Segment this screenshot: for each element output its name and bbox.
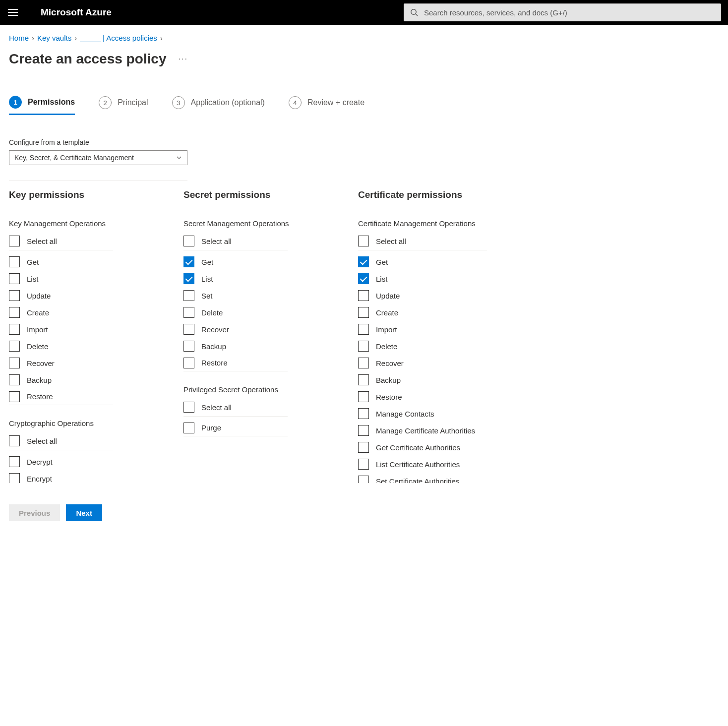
checkbox-row[interactable]: Update — [9, 287, 113, 304]
checkbox[interactable] — [9, 273, 20, 284]
checkbox-label: List — [201, 275, 213, 283]
checkbox-row[interactable]: Decrypt — [9, 453, 113, 470]
checkbox-row[interactable]: List Certificate Authorities — [358, 456, 487, 473]
checkbox-row[interactable]: Import — [9, 321, 113, 338]
checkbox[interactable] — [358, 391, 369, 402]
checkbox[interactable] — [183, 307, 194, 318]
checkbox-row[interactable]: Get — [358, 253, 487, 270]
cert-mgmt-selectall[interactable]: Select all — [358, 234, 487, 250]
step-application[interactable]: 3 Application (optional) — [172, 96, 265, 114]
checkbox[interactable] — [358, 459, 369, 470]
global-search-input[interactable] — [424, 8, 715, 17]
checkbox[interactable] — [358, 256, 369, 267]
checkbox-row[interactable]: Create — [9, 304, 113, 321]
checkbox-row[interactable]: Restore — [9, 388, 113, 405]
checkbox[interactable] — [358, 307, 369, 318]
secret-permissions-header: Secret permissions — [183, 189, 347, 200]
checkbox[interactable] — [183, 402, 194, 413]
checkbox-row[interactable]: Delete — [9, 338, 113, 355]
checkbox[interactable] — [9, 341, 20, 352]
checkbox-row[interactable]: Import — [358, 321, 487, 338]
key-mgmt-selectall[interactable]: Select all — [9, 234, 113, 250]
checkbox-label: Recover — [201, 325, 229, 334]
checkbox[interactable] — [9, 473, 20, 483]
checkbox-label: Restore — [27, 392, 53, 401]
checkbox-row[interactable]: Purge — [183, 420, 288, 436]
checkbox[interactable] — [358, 476, 369, 483]
checkbox[interactable] — [358, 374, 369, 385]
checkbox-row[interactable]: Delete — [183, 304, 288, 321]
checkbox[interactable] — [9, 307, 20, 318]
checkbox[interactable] — [9, 374, 20, 385]
checkbox-row[interactable]: Manage Certificate Authorities — [358, 422, 487, 439]
checkbox[interactable] — [183, 290, 194, 301]
checkbox[interactable] — [9, 358, 20, 368]
checkbox[interactable] — [183, 358, 194, 368]
checkbox[interactable] — [358, 236, 369, 246]
checkbox-row[interactable]: Manage Contacts — [358, 405, 487, 422]
checkbox-row[interactable]: Get — [9, 253, 113, 270]
checkbox[interactable] — [9, 435, 20, 446]
checkbox-row[interactable]: Encrypt — [9, 470, 113, 483]
hamburger-menu-icon[interactable] — [7, 6, 19, 18]
checkbox-row[interactable]: Backup — [183, 338, 288, 355]
checkbox[interactable] — [183, 423, 194, 433]
key-crypto-selectall[interactable]: Select all — [9, 433, 113, 450]
checkbox[interactable] — [183, 324, 194, 335]
checkbox-row[interactable]: Restore — [183, 355, 288, 371]
step-permissions[interactable]: 1 Permissions — [9, 96, 75, 115]
secret-priv-selectall[interactable]: Select all — [183, 400, 288, 417]
checkbox-row[interactable]: Get — [183, 253, 288, 270]
breadcrumb-accesspolicies[interactable]: _____ | Access policies — [80, 34, 157, 42]
checkbox-label: Select all — [201, 237, 232, 245]
checkbox[interactable] — [358, 358, 369, 368]
global-search[interactable] — [404, 3, 721, 21]
checkbox[interactable] — [358, 273, 369, 284]
breadcrumb-keyvaults[interactable]: Key vaults — [37, 34, 71, 42]
checkbox[interactable] — [358, 290, 369, 301]
checkbox-row[interactable]: Backup — [358, 371, 487, 388]
checkbox-row[interactable]: Recover — [358, 355, 487, 371]
checkbox-row[interactable]: List — [9, 270, 113, 287]
checkbox-row[interactable]: Recover — [9, 355, 113, 371]
breadcrumb-home[interactable]: Home — [9, 34, 29, 42]
svg-point-0 — [411, 9, 416, 14]
checkbox-row[interactable]: Set Certificate Authorities — [358, 473, 487, 483]
checkbox[interactable] — [183, 236, 194, 246]
checkbox[interactable] — [183, 256, 194, 267]
svg-line-1 — [416, 14, 418, 16]
step-principal[interactable]: 2 Principal — [99, 96, 148, 114]
checkbox-row[interactable]: Delete — [358, 338, 487, 355]
checkbox[interactable] — [9, 391, 20, 402]
next-button[interactable]: Next — [66, 504, 102, 521]
checkbox-row[interactable]: List — [183, 270, 288, 287]
checkbox-row[interactable]: Create — [358, 304, 487, 321]
checkbox-row[interactable]: Restore — [358, 388, 487, 405]
previous-button[interactable]: Previous — [9, 504, 60, 521]
checkbox[interactable] — [9, 236, 20, 246]
checkbox[interactable] — [358, 425, 369, 436]
checkbox[interactable] — [358, 341, 369, 352]
checkbox[interactable] — [9, 324, 20, 335]
checkbox-row[interactable]: Update — [358, 287, 487, 304]
checkbox[interactable] — [358, 408, 369, 419]
checkbox[interactable] — [9, 290, 20, 301]
checkbox-label: Delete — [27, 342, 48, 351]
checkbox-label: Set Certificate Authorities — [376, 477, 459, 484]
secret-mgmt-selectall[interactable]: Select all — [183, 234, 288, 250]
checkbox-row[interactable]: Set — [183, 287, 288, 304]
checkbox[interactable] — [358, 324, 369, 335]
checkbox-row[interactable]: Get Certificate Authorities — [358, 439, 487, 456]
checkbox[interactable] — [9, 456, 20, 467]
checkbox[interactable] — [358, 442, 369, 453]
checkbox[interactable] — [183, 341, 194, 352]
template-dropdown[interactable]: Key, Secret, & Certificate Management — [9, 150, 187, 165]
checkbox-row[interactable]: Backup — [9, 371, 113, 388]
checkbox[interactable] — [183, 273, 194, 284]
checkbox[interactable] — [9, 256, 20, 267]
template-section: Configure from a template Key, Secret, &… — [9, 138, 719, 165]
checkbox-row[interactable]: Recover — [183, 321, 288, 338]
step-review[interactable]: 4 Review + create — [289, 96, 364, 114]
checkbox-row[interactable]: List — [358, 270, 487, 287]
more-actions-button[interactable]: ··· — [179, 55, 188, 63]
